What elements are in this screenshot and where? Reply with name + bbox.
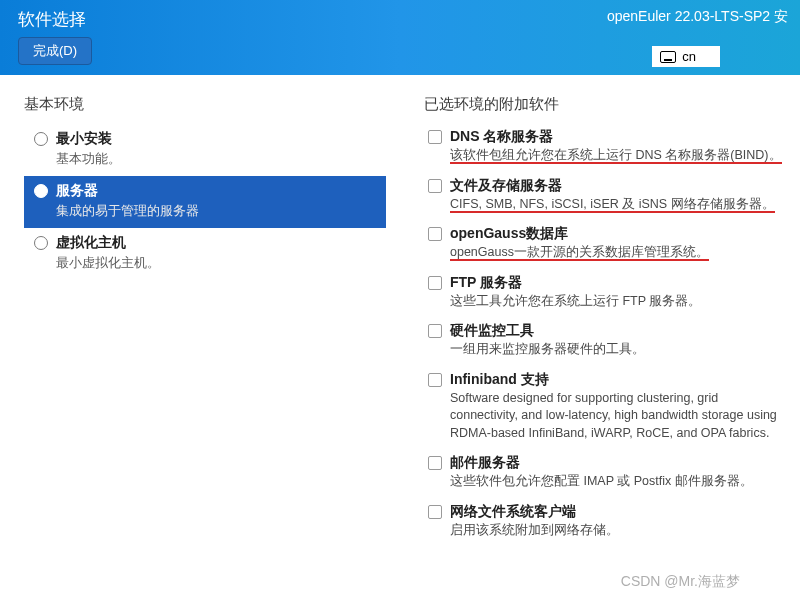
addon-desc: Software designed for supporting cluster…	[450, 390, 782, 443]
language-indicator[interactable]: cn	[652, 46, 720, 67]
addon-item[interactable]: openGauss数据库openGauss一款开源的关系数据库管理系统。	[424, 221, 786, 270]
addon-item[interactable]: 网络文件系统客户端启用该系统附加到网络存储。	[424, 499, 786, 548]
addon-item[interactable]: FTP 服务器这些工具允许您在系统上运行 FTP 服务器。	[424, 270, 786, 319]
addon-desc: openGauss一款开源的关系数据库管理系统。	[450, 244, 782, 262]
radio-icon	[34, 184, 48, 198]
keyboard-icon	[660, 51, 676, 63]
addon-desc: 一组用来监控服务器硬件的工具。	[450, 341, 782, 359]
checkbox-icon	[428, 505, 442, 519]
header: 软件选择 完成(D) openEuler 22.03-LTS-SP2 安 cn	[0, 0, 800, 75]
checkbox-icon	[428, 456, 442, 470]
addon-desc: CIFS, SMB, NFS, iSCSI, iSER 及 iSNS 网络存储服…	[450, 196, 782, 214]
env-desc: 基本功能。	[56, 150, 378, 168]
addon-column: 已选环境的附加软件 DNS 名称服务器该软件包组允许您在系统上运行 DNS 名称…	[400, 75, 800, 597]
radio-icon	[34, 132, 48, 146]
addon-desc: 这些工具允许您在系统上运行 FTP 服务器。	[450, 293, 782, 311]
addon-desc: 这些软件包允许您配置 IMAP 或 Postfix 邮件服务器。	[450, 473, 782, 491]
base-env-list: 最小安装基本功能。服务器集成的易于管理的服务器虚拟化主机最小虚拟化主机。	[24, 124, 386, 280]
addon-desc: 该软件包组允许您在系统上运行 DNS 名称服务器(BIND)。	[450, 147, 782, 165]
checkbox-icon	[428, 179, 442, 193]
base-environment-column: 基本环境 最小安装基本功能。服务器集成的易于管理的服务器虚拟化主机最小虚拟化主机…	[0, 75, 400, 597]
env-desc: 集成的易于管理的服务器	[56, 202, 378, 220]
addon-item[interactable]: 邮件服务器这些软件包允许您配置 IMAP 或 Postfix 邮件服务器。	[424, 450, 786, 499]
addon-label: 邮件服务器	[450, 454, 520, 472]
env-item[interactable]: 服务器集成的易于管理的服务器	[24, 176, 386, 228]
watermark: CSDN @Mr.海蓝梦	[621, 573, 740, 591]
checkbox-icon	[428, 227, 442, 241]
language-code: cn	[682, 49, 696, 64]
addon-item[interactable]: 硬件监控工具一组用来监控服务器硬件的工具。	[424, 318, 786, 367]
addon-item[interactable]: 文件及存储服务器CIFS, SMB, NFS, iSCSI, iSER 及 iS…	[424, 173, 786, 222]
addon-label: DNS 名称服务器	[450, 128, 553, 146]
env-desc: 最小虚拟化主机。	[56, 254, 378, 272]
env-label: 虚拟化主机	[56, 234, 126, 252]
checkbox-icon	[428, 130, 442, 144]
addon-label: 网络文件系统客户端	[450, 503, 576, 521]
distro-label: openEuler 22.03-LTS-SP2 安	[607, 8, 788, 26]
addon-item[interactable]: DNS 名称服务器该软件包组允许您在系统上运行 DNS 名称服务器(BIND)。	[424, 124, 786, 173]
content: 基本环境 最小安装基本功能。服务器集成的易于管理的服务器虚拟化主机最小虚拟化主机…	[0, 75, 800, 597]
addon-item[interactable]: Infiniband 支持Software designed for suppo…	[424, 367, 786, 451]
checkbox-icon	[428, 324, 442, 338]
addon-label: Infiniband 支持	[450, 371, 549, 389]
env-label: 服务器	[56, 182, 98, 200]
addon-label: openGauss数据库	[450, 225, 568, 243]
env-item[interactable]: 虚拟化主机最小虚拟化主机。	[24, 228, 386, 280]
addon-list: DNS 名称服务器该软件包组允许您在系统上运行 DNS 名称服务器(BIND)。…	[424, 124, 786, 547]
checkbox-icon	[428, 373, 442, 387]
env-item[interactable]: 最小安装基本功能。	[24, 124, 386, 176]
radio-icon	[34, 236, 48, 250]
addon-label: FTP 服务器	[450, 274, 522, 292]
checkbox-icon	[428, 276, 442, 290]
addon-label: 硬件监控工具	[450, 322, 534, 340]
addon-heading: 已选环境的附加软件	[424, 95, 786, 114]
done-button[interactable]: 完成(D)	[18, 37, 92, 65]
addon-desc: 启用该系统附加到网络存储。	[450, 522, 782, 540]
addon-label: 文件及存储服务器	[450, 177, 562, 195]
base-env-heading: 基本环境	[24, 95, 386, 114]
env-label: 最小安装	[56, 130, 112, 148]
